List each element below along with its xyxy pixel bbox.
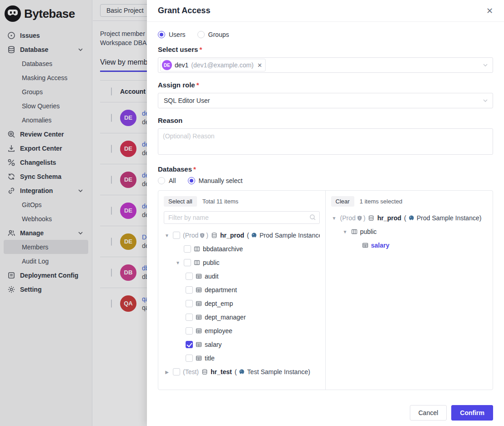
tree-node-public[interactable]: ▼ public [164,256,320,269]
table-icon [196,314,202,320]
assign-role-label: Assign role* [158,81,493,89]
tree-node-bbdataarchive[interactable]: bbdataarchive [164,242,320,256]
postgresql-icon [251,232,257,239]
total-items-count: Total 11 items [202,198,238,205]
caret-down-icon[interactable]: ▼ [175,260,181,265]
schema-icon [194,259,200,266]
database-selected-panel: Clear 1 items selected ▼ (Prod ) hr_prod… [326,191,493,390]
select-users-input[interactable]: DE dev1 (dev1@example.com) ✕ [158,57,493,73]
select-users-label: Select users* [158,46,493,53]
remove-user-icon[interactable]: ✕ [257,62,262,69]
node-checkbox[interactable] [186,355,193,362]
grant-access-modal: Grant Access ✕ Users Groups Select users… [147,0,504,426]
tree-node-title[interactable]: title [164,351,320,365]
tree-node-audit[interactable]: audit [164,269,320,283]
database-icon [368,215,374,221]
shield-icon [199,233,205,238]
required-asterisk: * [199,46,202,53]
filter-by-name-input[interactable] [164,211,320,224]
postgresql-icon [238,369,245,375]
caret-down-icon[interactable]: ▼ [342,229,348,234]
radio-all-control[interactable] [158,177,165,184]
reason-textarea[interactable] [158,128,493,155]
node-checkbox[interactable] [173,232,180,239]
tree-node-dept-manager[interactable]: dept_manager [164,310,320,324]
chevron-down-icon [483,62,488,68]
tree-node-hr-prod-selected[interactable]: ▼ (Prod ) hr_prod ( Prod Sample Instance… [331,211,488,225]
node-checkbox[interactable] [173,368,180,375]
radio-users-control[interactable] [158,31,165,38]
tree-node-dept-emp[interactable]: dept_emp [164,297,320,310]
node-checkbox[interactable] [186,286,193,294]
radio-groups-control[interactable] [197,31,205,38]
modal-footer: Cancel Confirm [147,400,504,426]
database-icon [202,369,208,375]
table-icon [196,300,202,307]
table-icon [196,287,202,293]
database-icon [211,232,217,238]
caret-down-icon[interactable]: ▼ [164,233,170,238]
tree-node-hr-prod[interactable]: ▼ (Prod ) hr_prod ( Prod Sample Instance… [164,228,320,242]
tree-node-hr-test[interactable]: ▶ (Test) hr_test ( Test Sample Instance) [164,365,320,379]
node-checkbox[interactable] [184,259,191,266]
radio-users[interactable]: Users [158,31,186,38]
selected-user-tag: DE dev1 (dev1@example.com) ✕ [160,59,266,71]
postgresql-icon [408,215,415,222]
tree-node-salary-selected[interactable]: salary [331,238,488,252]
tree-node-department[interactable]: department [164,283,320,297]
shield-icon [357,215,363,221]
table-icon [196,328,202,334]
table-icon [362,242,368,248]
database-source-panel: Select all Total 11 items ▼ (Prod ) hr_p… [158,191,326,390]
node-checkbox[interactable] [186,300,193,307]
radio-manual-control[interactable] [188,177,195,184]
schema-icon [194,246,200,252]
tree-node-employee[interactable]: employee [164,324,320,338]
assign-role-select[interactable]: SQL Editor User [158,93,493,108]
table-icon [196,341,202,348]
node-checkbox[interactable] [184,245,191,253]
radio-all-databases[interactable]: All [158,177,176,184]
tree-node-public-selected[interactable]: ▼ public [331,225,488,238]
node-checkbox[interactable] [186,327,193,335]
selected-items-count: 1 items selected [360,198,403,205]
caret-right-icon[interactable]: ▶ [164,370,170,375]
databases-label: Databases* [158,165,493,173]
confirm-button[interactable]: Confirm [451,405,493,421]
radio-groups[interactable]: Groups [197,31,229,38]
required-asterisk: * [193,165,196,173]
cancel-button[interactable]: Cancel [410,405,447,421]
search-icon [309,214,316,221]
schema-icon [351,228,358,235]
node-checkbox[interactable] [186,273,193,280]
reason-label: Reason [158,117,493,124]
avatar: DE [162,60,172,70]
database-transfer-panel: Select all Total 11 items ▼ (Prod ) hr_p… [158,190,493,390]
table-icon [196,355,202,361]
close-icon[interactable]: ✕ [486,7,493,15]
radio-manually-select[interactable]: Manually select [188,177,243,184]
clear-button[interactable]: Clear [331,196,354,207]
modal-title: Grant Access [158,6,486,15]
node-checkbox[interactable] [186,314,193,321]
chevron-down-icon [483,98,488,103]
node-checkbox-checked[interactable] [186,341,193,348]
table-icon [196,273,202,279]
select-all-button[interactable]: Select all [164,196,197,207]
caret-down-icon[interactable]: ▼ [331,216,338,221]
tree-node-salary[interactable]: salary [164,338,320,351]
required-asterisk: * [197,81,199,89]
